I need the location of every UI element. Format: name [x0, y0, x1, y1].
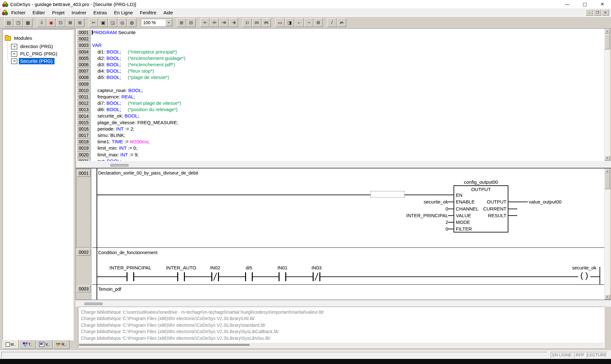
declaration-line[interactable]: 0016 periode: INT := 2; — [77, 126, 598, 132]
declaration-line[interactable]: 0009 — [77, 81, 598, 87]
network-number[interactable]: 0002 — [77, 249, 91, 256]
contact-no[interactable] — [244, 272, 253, 282]
jump-button[interactable]: ⚙ — [314, 18, 323, 27]
contact-button[interactable]: ⊣⊢ — [200, 18, 209, 27]
declaration-line[interactable]: 0017 simu: BLINK; — [77, 132, 598, 139]
parallel-contact-negated-button[interactable]: ⊣∦ — [229, 18, 238, 27]
empty-operand-box[interactable] — [370, 191, 404, 197]
hscrollbar-thumb[interactable] — [79, 344, 250, 346]
network-number[interactable]: 0003 — [77, 285, 91, 292]
input-declaration-button[interactable]: sR — [337, 18, 346, 27]
block-input-operand[interactable]: INTER_PRINCIPAL — [327, 213, 448, 218]
message-hscrollbar[interactable] — [78, 343, 604, 347]
menu-item-extras[interactable]: Extras — [90, 10, 111, 15]
network-before-button[interactable]: ⊞ — [177, 18, 186, 27]
mdi-close-button[interactable]: ✕ — [602, 9, 609, 16]
declaration-line[interactable]: 0014 securite_ok: BOOL; — [77, 113, 598, 119]
open-file-button[interactable]: ◳ — [14, 18, 23, 27]
contact-no[interactable] — [126, 272, 135, 282]
mdi-restore-button[interactable]: ❐ — [594, 9, 601, 16]
set-coil-button[interactable]: (S) — [252, 18, 261, 27]
scroll-thumb[interactable] — [605, 34, 610, 49]
new-file-button[interactable]: ▤ — [4, 18, 13, 27]
editor-splitter[interactable] — [76, 161, 611, 168]
scroll-up-icon[interactable]: ▲ — [605, 169, 610, 174]
zoom-combobox[interactable]: 100 %▼ — [141, 19, 173, 27]
block-input-operand[interactable]: 2 — [327, 219, 448, 225]
menu-item-fichier[interactable]: Fichier — [8, 10, 29, 15]
declaration-line[interactable]: 0001PROGRAM Securite — [77, 29, 598, 36]
tree-root-modules[interactable]: Modules — [5, 35, 34, 42]
log-message[interactable]: Charge bibliothèque 'C:\Program Files (x… — [81, 335, 324, 341]
declaration-line[interactable]: 0003VAR — [77, 42, 598, 48]
organizer-tab-resources[interactable]: R.. — [53, 340, 69, 349]
ladder-editor[interactable]: 0001Declaration_sortie_00_by_pass_divise… — [76, 168, 604, 300]
declaration-vscrollbar[interactable]: ▲▼ — [604, 29, 610, 161]
splitter-handle[interactable] — [110, 164, 128, 167]
declaration-line[interactable]: 0012 di7: BOOL; (*reset plage de vitesse… — [77, 100, 598, 106]
organizer-tab-modules[interactable]: M.. — [3, 340, 19, 349]
minimize-button[interactable]: — — [558, 0, 576, 8]
declaration-line[interactable]: 0013 di6: BOOL; (*position du relevage*) — [77, 106, 598, 113]
log-message[interactable]: Charge bibliothèque 'C:\Program Files (x… — [81, 315, 324, 322]
close-button[interactable]: ✕ — [593, 0, 611, 8]
reset-coil-button[interactable]: (R) — [262, 18, 271, 27]
cut-button[interactable]: ✂ — [89, 18, 98, 27]
menu-item-projet[interactable]: Projet — [48, 10, 68, 15]
network-number[interactable]: 0001 — [77, 170, 91, 177]
declaration-line[interactable]: 0011 frequence: REAL; — [77, 94, 598, 100]
mdi-minimize-button[interactable]: – — [586, 9, 593, 16]
declaration-line[interactable]: 0021 out: BOOL; — [77, 158, 598, 161]
log-message[interactable]: Charge bibliothèque 'C:\Program Files (x… — [81, 328, 324, 335]
declaration-line[interactable]: 0007 di4: BOOL; (*feux stop*) — [77, 68, 598, 74]
find-button[interactable]: ◎ — [118, 18, 127, 27]
divide-button[interactable]: / — [327, 18, 337, 27]
scroll-up-icon[interactable]: ▲ — [605, 29, 610, 34]
coil[interactable]: ( ) — [578, 271, 590, 281]
copy-button[interactable]: ▣ — [98, 18, 108, 27]
stop-button[interactable]: ◉ — [47, 18, 56, 27]
find-next-button[interactable]: ◍ — [127, 18, 136, 27]
menu-item-fenêtre[interactable]: Fenêtre — [136, 10, 160, 15]
scroll-down-icon[interactable]: ▼ — [605, 156, 610, 161]
library-manager-button[interactable]: ⊞ — [75, 18, 84, 27]
login-button[interactable]: ⊡ — [56, 18, 65, 27]
combo-dropdown-icon[interactable]: ▼ — [165, 19, 172, 26]
project-download-button[interactable]: ⇩ — [37, 18, 46, 27]
function-block-en-button[interactable]: ◨ — [285, 18, 294, 27]
contact-no[interactable] — [278, 272, 287, 282]
block-input-operand[interactable]: 0 — [327, 206, 448, 211]
declaration-editor[interactable]: 0001PROGRAM Securite00020003VAR0004 di1:… — [76, 29, 604, 161]
coil-button[interactable]: ( ) — [243, 18, 252, 27]
declaration-line[interactable]: 0018 time1: TIME := t#200ms; — [77, 139, 598, 145]
tree-item-direction[interactable]: ⊣⊦direction (PRG) — [11, 43, 55, 50]
contact-negated-button[interactable]: ⊣/⊢ — [210, 18, 219, 27]
function-block-button[interactable]: ▭ — [275, 18, 285, 27]
declaration-line[interactable]: 0005 di2: BOOL; (*enclenchement guidage*… — [77, 55, 598, 61]
parallel-contact-button[interactable]: ⊣⊪ — [219, 18, 229, 27]
network-after-button[interactable]: ⊟ — [186, 18, 196, 27]
ladder-vscrollbar[interactable]: ▲▼ — [604, 169, 610, 299]
menu-item-aide[interactable]: Aide — [160, 10, 177, 15]
declaration-line[interactable]: 0006 di3: BOOL; (*enclenchement pdf*) — [77, 61, 598, 68]
contact-nc[interactable] — [312, 272, 321, 282]
logout-button[interactable]: ⊠ — [66, 18, 75, 27]
splitter-handle[interactable] — [84, 303, 103, 305]
paste-button[interactable]: ◲ — [108, 18, 117, 27]
save-file-button[interactable]: ▦ — [23, 18, 33, 27]
block-output-operand[interactable]: value_output00 — [529, 199, 562, 204]
tree-item-securite[interactable]: ⊣⊦Securite (PRG) — [11, 58, 55, 65]
log-message[interactable]: Charge bibliothèque 'C:\Program Files (x… — [81, 322, 324, 328]
message-pane[interactable]: Charge bibliothèque 'c:\users\utilisateu… — [78, 307, 605, 348]
message-splitter[interactable] — [76, 300, 611, 307]
scroll-thumb[interactable] — [605, 174, 610, 189]
tree-item-plc_prg[interactable]: ≔PLC_PRG (PRG) — [11, 50, 59, 57]
declaration-line[interactable]: 0019 limit_min: INT := 0; — [77, 145, 598, 151]
log-message[interactable]: Charge bibliothèque 'c:\users\utilisateu… — [81, 309, 324, 315]
declaration-line[interactable]: 0015 plage_de_vitesse: FREQ_MEASURE; — [77, 119, 598, 126]
block-input-operand[interactable]: 0 — [327, 226, 448, 232]
declaration-line[interactable]: 0008 di5: BOOL; (*plage de vitesse*) — [77, 74, 598, 81]
menu-item-insérer[interactable]: Insérer — [68, 10, 90, 15]
contact-no[interactable] — [177, 272, 185, 282]
falling-edge-button[interactable]: ¬ — [304, 18, 313, 27]
